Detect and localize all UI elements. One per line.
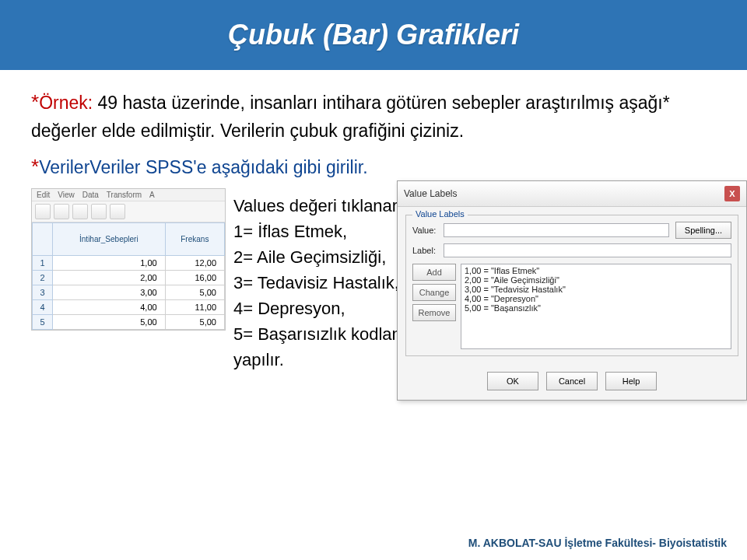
col-header[interactable]: İntihar_Sebepleri — [53, 222, 166, 255]
ok-button[interactable]: OK — [487, 372, 538, 390]
bullet-star: * — [31, 155, 39, 178]
close-icon[interactable]: X — [724, 186, 740, 201]
group-caption: Value Labels — [412, 209, 468, 219]
cell[interactable]: 12,00 — [165, 255, 224, 270]
corner-cell — [33, 222, 53, 255]
spss-menu-bar[interactable]: Edit View Data Transform A — [32, 189, 225, 201]
slide-footer: M. AKBOLAT-SAU İşletme Fakültesi- Biyois… — [468, 537, 727, 549]
cell[interactable]: 1,00 — [53, 255, 166, 270]
table-row: 33,005,00 — [33, 285, 225, 299]
slide-title: Çubuk (Bar) Grafikleri — [228, 19, 519, 51]
value-labels-dialog: Value Labels X Value Labels Value: Spell… — [397, 180, 747, 401]
label-input[interactable] — [444, 243, 731, 257]
value-labels-group: Value Labels Value: Spelling... Label: A… — [405, 215, 738, 356]
spss-toolbar — [32, 201, 225, 222]
cell[interactable]: 5,00 — [53, 314, 166, 329]
remove-button[interactable]: Remove — [412, 304, 456, 321]
spss-data-grid: İntihar_Sebepleri Frekans 11,0012,00 22,… — [32, 222, 225, 330]
example-text: 49 hasta üzerinde, insanları intihara gö… — [31, 93, 670, 141]
slide-title-bar: Çubuk (Bar) Grafikleri — [0, 0, 747, 70]
cell[interactable]: 11,00 — [165, 299, 224, 314]
instruction-text: VerilerVeriler SPSS'e aşağıdaki gibi gir… — [39, 157, 367, 177]
menu-item[interactable]: A — [149, 191, 155, 199]
value-labels-listbox[interactable]: 1,00 = "Iflas Etmek" 2,00 = "Aile Geçims… — [461, 264, 731, 349]
cell[interactable]: 4,00 — [53, 299, 166, 314]
value-input[interactable] — [444, 223, 669, 237]
row-header[interactable]: 3 — [33, 285, 53, 299]
col-header[interactable]: Frekans — [165, 222, 224, 255]
table-row: 44,0011,00 — [33, 299, 225, 314]
dialog-title-text: Value Labels — [404, 188, 458, 199]
cell[interactable]: 16,00 — [165, 270, 224, 285]
list-area: Add Change Remove 1,00 = "Iflas Etmek" 2… — [412, 264, 731, 349]
slide-content: *Örnek: 49 hasta üzerinde, insanları int… — [0, 70, 747, 484]
label-field-row: Label: — [412, 243, 731, 257]
list-buttons: Add Change Remove — [412, 264, 456, 349]
undo-icon[interactable] — [110, 204, 125, 219]
save-icon[interactable] — [54, 204, 69, 219]
help-button[interactable]: Help — [605, 372, 657, 390]
cell[interactable]: 5,00 — [165, 285, 224, 299]
table-row: 11,0012,00 — [33, 255, 225, 270]
list-item[interactable]: 1,00 = "Iflas Etmek" — [465, 266, 728, 275]
table-row: 55,005,00 — [33, 314, 225, 329]
print-icon[interactable] — [72, 204, 88, 219]
dialog-titlebar[interactable]: Value Labels X — [398, 181, 746, 207]
dialog-body: Value Labels Value: Spelling... Label: A… — [398, 207, 746, 364]
paragraph-instruction: *VerilerVeriler SPSS'e aşağıdaki gibi gi… — [31, 152, 716, 180]
list-item[interactable]: 4,00 = "Depresyon" — [465, 294, 728, 303]
value-field-row: Value: Spelling... — [412, 222, 731, 239]
row-header[interactable]: 4 — [33, 299, 53, 314]
row-header[interactable]: 2 — [33, 270, 53, 285]
cell[interactable]: 3,00 — [53, 285, 166, 299]
open-icon[interactable] — [35, 204, 51, 219]
cell[interactable]: 2,00 — [53, 270, 166, 285]
list-item[interactable]: 5,00 = "Başansızlık" — [465, 303, 728, 313]
menu-item[interactable]: Transform — [107, 191, 142, 199]
change-button[interactable]: Change — [412, 284, 456, 301]
cell[interactable]: 5,00 — [165, 314, 224, 329]
list-item[interactable]: 3,00 = "Tedavisiz Hastalık" — [465, 285, 728, 294]
value-label: Value: — [412, 226, 444, 235]
menu-item[interactable]: Edit — [37, 191, 50, 199]
table-row: 22,0016,00 — [33, 270, 225, 285]
table-header-row: İntihar_Sebepleri Frekans — [33, 222, 225, 255]
example-label: Örnek: — [39, 93, 93, 113]
dialog-footer: OK Cancel Help — [398, 364, 746, 400]
menu-item[interactable]: Data — [82, 191, 99, 199]
cancel-button[interactable]: Cancel — [546, 372, 598, 390]
paragraph-example: *Örnek: 49 hasta üzerinde, insanları int… — [31, 87, 716, 145]
recall-icon[interactable] — [91, 204, 107, 219]
row-header[interactable]: 5 — [33, 314, 53, 329]
row-header[interactable]: 1 — [33, 255, 53, 270]
list-item[interactable]: 2,00 = "Aile Geçimsizliği" — [465, 275, 728, 285]
bullet-star: * — [31, 90, 39, 114]
spss-data-view: Edit View Data Transform A İntihar_Sebep… — [31, 188, 226, 331]
add-button[interactable]: Add — [412, 264, 456, 281]
menu-item[interactable]: View — [58, 191, 75, 199]
label-label: Label: — [412, 246, 444, 255]
spelling-button[interactable]: Spelling... — [675, 222, 731, 239]
lower-area: Edit View Data Transform A İntihar_Sebep… — [31, 188, 716, 484]
